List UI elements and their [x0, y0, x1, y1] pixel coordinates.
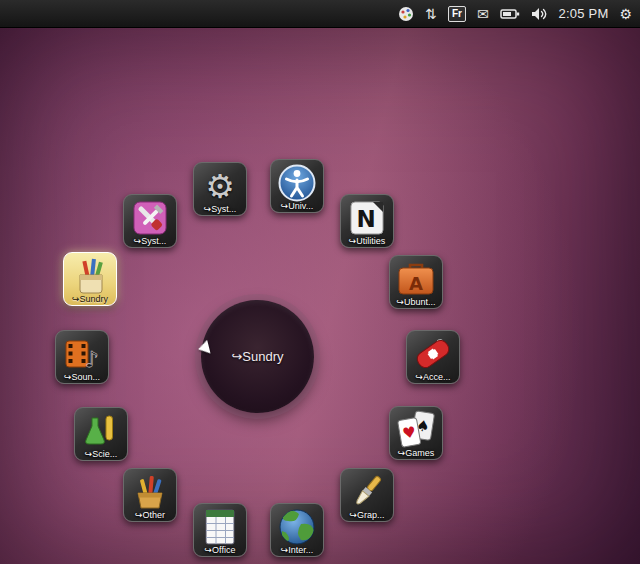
- spreadsheet-icon: [201, 507, 239, 547]
- keyboard-layout-indicator[interactable]: Fr: [448, 0, 466, 28]
- swiss-knife-icon: [412, 333, 454, 375]
- playing-cards-icon: ♠ ♥: [396, 409, 436, 451]
- battery-icon[interactable]: [500, 0, 520, 28]
- keyboard-layout-label: Fr: [448, 6, 466, 22]
- pie-item-games[interactable]: ♠ ♥ ↪Games: [389, 406, 443, 460]
- pie-item-internet[interactable]: ↪Inter...: [270, 503, 324, 557]
- pie-item-label: ↪Acce...: [401, 372, 465, 382]
- utilities-icon: N: [348, 199, 386, 237]
- session-gear-icon[interactable]: ⚙: [619, 0, 632, 28]
- pie-item-label: ↪Soun...: [50, 372, 114, 382]
- pencil-box-icon: [130, 472, 170, 512]
- pie-item-accessories[interactable]: ↪Acce...: [406, 330, 460, 384]
- pie-center-label: ↪Sundry: [231, 349, 283, 364]
- pie-item-utilities[interactable]: N ↪Utilities: [340, 194, 394, 248]
- pie-item-label: ↪Other: [118, 510, 182, 520]
- clock[interactable]: 2:05 PM: [559, 0, 609, 28]
- updown-arrows-icon[interactable]: ⇅: [425, 0, 437, 28]
- paintbrush-icon: [347, 472, 387, 512]
- pie-item-label: ↪Sundry: [58, 294, 122, 304]
- pie-item-label: ↪Ubunt...: [384, 297, 448, 307]
- svg-text:N: N: [356, 206, 375, 232]
- pie-item-sound-video[interactable]: ♪ ↪Soun...: [55, 330, 109, 384]
- pie-item-universal-access[interactable]: ↪Univ...: [270, 159, 324, 213]
- wallpaper: ↪Sundry ⚙ ↪Syst... ↪Univ...: [0, 28, 640, 564]
- top-panel: ⇅ Fr ✉ 2:05 PM ⚙: [0, 0, 640, 28]
- pie-item-science[interactable]: ↪Scie...: [74, 407, 128, 461]
- pie-item-label: ↪Grap...: [335, 510, 399, 520]
- pie-item-system-tools[interactable]: ↪Syst...: [123, 194, 177, 248]
- pie-item-label: ↪Syst...: [188, 204, 252, 214]
- pie-item-label: ↪Utilities: [335, 236, 399, 246]
- pie-item-sundry[interactable]: ↪Sundry: [63, 252, 117, 306]
- pie-item-system-settings[interactable]: ⚙ ↪Syst...: [193, 162, 247, 216]
- pie-item-office[interactable]: ↪Office: [193, 503, 247, 557]
- pie-item-other[interactable]: ↪Other: [123, 468, 177, 522]
- pie-center[interactable]: ↪Sundry: [201, 300, 314, 413]
- desktop-screen: ⇅ Fr ✉ 2:05 PM ⚙ ↪Sundry: [0, 0, 640, 564]
- flasks-icon: [81, 411, 121, 451]
- palette-icon[interactable]: [398, 0, 414, 28]
- gear-icon: ⚙: [205, 170, 235, 203]
- pie-item-label: ↪Univ...: [265, 201, 329, 211]
- pie-item-ubuntu-software[interactable]: A ↪Ubunt...: [389, 255, 443, 309]
- pie-item-label: ↪Games: [384, 448, 448, 458]
- svg-text:♪: ♪: [85, 347, 99, 372]
- accessibility-icon: [277, 163, 317, 203]
- film-note-icon: ♪: [62, 334, 102, 374]
- pie-item-label: ↪Inter...: [265, 545, 329, 555]
- pie-item-label: ↪Syst...: [118, 236, 182, 246]
- pie-item-label: ↪Scie...: [69, 449, 133, 459]
- selection-pointer-icon: [196, 340, 210, 356]
- globe-icon: [277, 507, 317, 547]
- pie-item-label: ↪Office: [188, 545, 252, 555]
- volume-icon[interactable]: [531, 0, 548, 28]
- briefcase-icon: A: [396, 260, 436, 298]
- crossed-tools-icon: [130, 198, 170, 238]
- svg-text:A: A: [409, 273, 423, 294]
- pie-item-graphics[interactable]: ↪Grap...: [340, 468, 394, 522]
- mail-icon[interactable]: ✉: [477, 0, 489, 28]
- pencil-cup-icon: [70, 256, 110, 296]
